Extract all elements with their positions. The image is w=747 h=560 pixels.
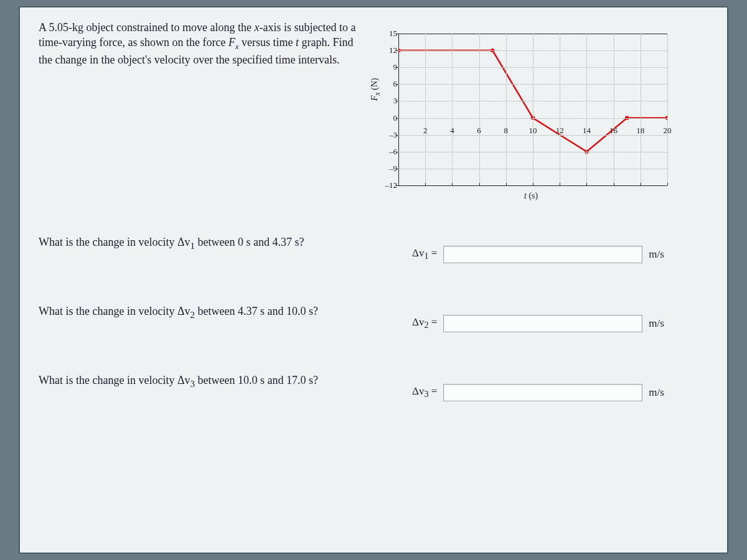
y-tick-label: 9: [381, 62, 397, 72]
question-3-text: What is the change in velocity Δv3 betwe…: [39, 373, 387, 390]
x-tick-label: 20: [664, 126, 672, 136]
top-row: A 5.05-kg object constrained to move alo…: [39, 20, 708, 194]
x-tick-label: 16: [609, 126, 618, 136]
answer-2-unit: m/s: [649, 317, 664, 330]
x-tick-label: 12: [556, 126, 564, 136]
question-3: What is the change in velocity Δv3 betwe…: [39, 373, 708, 401]
answer-1-unit: m/s: [649, 248, 664, 261]
answer-3-unit: m/s: [649, 386, 664, 399]
problem-statement: A 5.05-kg object constrained to move alo…: [39, 20, 375, 67]
x-tick-label: 8: [504, 126, 509, 136]
x-tick-label: 2: [423, 126, 428, 136]
x-axis-label: t (s): [524, 191, 538, 201]
force-time-chart: Fx (N) t (s) 246810121416182015129630–3–…: [375, 20, 680, 194]
answer-3-label: Δv3 =: [412, 385, 437, 399]
y-tick-label: 3: [381, 96, 397, 106]
y-tick-label: –9: [381, 164, 397, 174]
y-tick-label: 0: [381, 113, 397, 123]
answer-2-input[interactable]: [443, 315, 642, 332]
question-2: What is the change in velocity Δv2 betwe…: [39, 304, 708, 332]
y-tick-label: –6: [381, 147, 397, 157]
x-tick-label: 4: [450, 126, 454, 136]
y-tick-label: 15: [381, 29, 397, 39]
answer-3-input[interactable]: [443, 384, 642, 401]
y-tick-label: –12: [381, 180, 397, 190]
question-2-text: What is the change in velocity Δv2 betwe…: [39, 304, 387, 321]
y-tick-label: 6: [381, 79, 397, 89]
answer-1-input[interactable]: [443, 246, 642, 263]
problem-page: A 5.05-kg object constrained to move alo…: [19, 6, 728, 554]
y-axis-label: Fx (N): [370, 78, 382, 101]
y-tick-label: –3: [381, 130, 397, 140]
question-1-text: What is the change in velocity Δv1 betwe…: [39, 235, 387, 252]
x-tick-label: 10: [529, 126, 537, 136]
y-tick-label: 12: [381, 45, 397, 55]
x-tick-label: 14: [583, 126, 591, 136]
answer-2-label: Δv2 =: [412, 316, 437, 330]
x-tick-label: 6: [477, 126, 481, 136]
question-1: What is the change in velocity Δv1 betwe…: [39, 235, 708, 263]
answer-1-label: Δv1 =: [412, 247, 437, 261]
x-tick-label: 18: [636, 126, 644, 136]
